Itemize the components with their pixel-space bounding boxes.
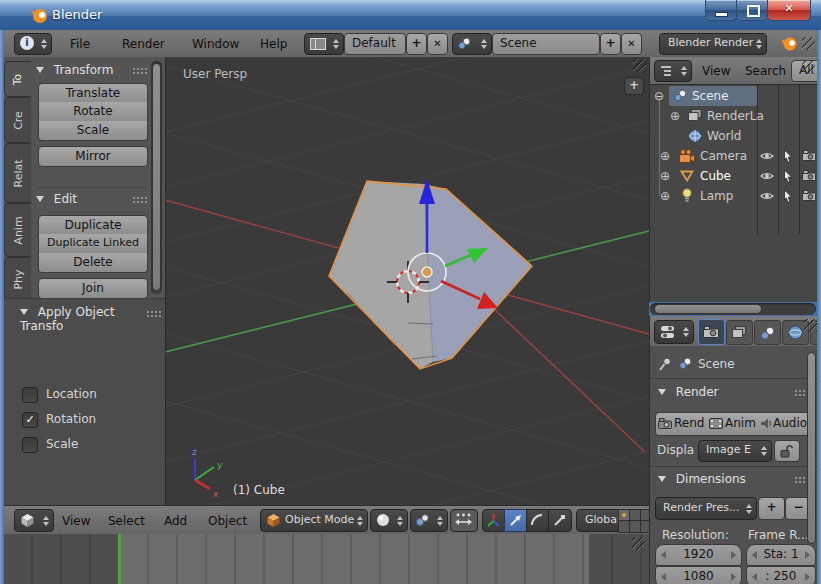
transform-panel-header[interactable]: Transform xyxy=(36,63,148,79)
tab-render[interactable] xyxy=(698,319,725,345)
scene-selector[interactable] xyxy=(452,33,492,55)
render-engine-dropdown[interactable]: Blender Render xyxy=(659,33,767,55)
scale-checkbox[interactable] xyxy=(22,437,38,453)
editor-type-button[interactable] xyxy=(654,60,692,82)
pin-icon[interactable] xyxy=(658,357,672,371)
operator-panel-header[interactable]: Apply Object Transfo xyxy=(20,305,160,333)
outliner-row-cube[interactable]: ⊕ Cube xyxy=(650,166,818,186)
menu-render[interactable]: Render xyxy=(122,34,165,54)
viewport-canvas[interactable]: z y x xyxy=(165,57,649,505)
panel-drag-dots[interactable] xyxy=(146,310,162,317)
outliner-row-lamp[interactable]: ⊕ Lamp xyxy=(650,186,818,206)
pivot-dropdown[interactable] xyxy=(410,509,448,532)
increment-icon[interactable] xyxy=(731,573,736,581)
lock-interface-button[interactable] xyxy=(774,440,800,462)
add-preset-button[interactable]: + xyxy=(758,497,785,520)
rotate-button[interactable]: Rotate xyxy=(38,102,148,122)
increment-icon[interactable] xyxy=(805,573,810,581)
rotate-manipulator-toggle[interactable] xyxy=(526,509,550,532)
increment-icon[interactable] xyxy=(731,551,736,559)
shelf-scrollbar[interactable] xyxy=(151,61,162,294)
visibility-eye-icon[interactable] xyxy=(760,171,774,181)
expand-toggle[interactable]: ⊕ xyxy=(660,166,670,186)
open-sidebar-plus-button[interactable]: + xyxy=(624,77,644,95)
menu-object[interactable]: Object xyxy=(208,511,247,531)
titlebar[interactable]: Blender ✕ xyxy=(0,0,821,30)
panel-drag-dots[interactable] xyxy=(132,67,148,74)
frame-end-field[interactable]: : 250 xyxy=(746,566,816,584)
expand-toggle[interactable]: ⊕ xyxy=(660,146,670,166)
tab-scene[interactable] xyxy=(754,320,781,345)
scale-manipulator-toggle[interactable] xyxy=(548,509,572,532)
visibility-eye-icon[interactable] xyxy=(760,151,774,161)
menu-view[interactable]: View xyxy=(62,511,90,531)
scene-name-field[interactable]: Scene xyxy=(492,33,600,55)
translate-button[interactable]: Translate xyxy=(38,83,148,104)
outliner-menu-search[interactable]: Search xyxy=(745,61,786,81)
manipulate-centers-toggle[interactable] xyxy=(450,509,478,532)
shelf-tab-animation[interactable]: Anim xyxy=(4,203,31,257)
outliner-row-renderlayers[interactable]: ⊕ RenderLa xyxy=(650,106,818,126)
properties-scrollbar[interactable] xyxy=(807,352,816,544)
expand-toggle[interactable]: ⊕ xyxy=(670,106,680,126)
mode-dropdown[interactable]: Object Mode xyxy=(260,509,368,532)
renderability-camera-icon[interactable] xyxy=(802,190,816,201)
screen-name-field[interactable]: Default xyxy=(344,33,406,55)
shelf-tab-physics[interactable]: Phy xyxy=(4,257,31,301)
current-frame-marker[interactable] xyxy=(118,534,121,584)
outliner-row-world[interactable]: World xyxy=(650,126,818,146)
manipulator-toggle[interactable] xyxy=(482,509,506,532)
edit-panel-header[interactable]: Edit xyxy=(36,187,148,208)
area-corner-widget[interactable] xyxy=(804,319,817,332)
render-button[interactable]: Rend xyxy=(655,412,709,436)
editor-type-button[interactable] xyxy=(14,509,54,532)
editor-type-button[interactable] xyxy=(654,320,694,344)
expand-toggle[interactable]: ⊕ xyxy=(660,186,670,206)
resolution-x-field[interactable]: 1920 xyxy=(655,544,742,566)
shelf-tab-relations[interactable]: Relat xyxy=(4,143,31,203)
join-button[interactable]: Join xyxy=(38,278,148,299)
area-corner-widget[interactable] xyxy=(802,61,815,74)
selectability-cursor-icon[interactable] xyxy=(783,149,793,163)
outliner-row-scene[interactable]: ⊖ Scene xyxy=(650,86,818,106)
audio-button[interactable]: Audio xyxy=(759,412,812,436)
editor-type-button[interactable]: i xyxy=(14,33,52,55)
viewport-3d[interactable]: z y x User Persp (1) Cube + xyxy=(165,57,649,505)
area-corner-widget[interactable] xyxy=(802,37,815,50)
panel-drag-dots[interactable] xyxy=(132,196,148,203)
mirror-button[interactable]: Mirror xyxy=(38,146,148,167)
visibility-eye-icon[interactable] xyxy=(760,191,774,201)
render-panel-header[interactable]: Render xyxy=(658,385,810,399)
menu-add[interactable]: Add xyxy=(164,511,187,531)
delete-button[interactable]: Delete xyxy=(38,253,148,273)
timeline[interactable] xyxy=(4,534,649,584)
add-scene-button[interactable]: + xyxy=(600,33,621,55)
duplicate-linked-button[interactable]: Duplicate Linked xyxy=(38,234,148,254)
display-mode-dropdown[interactable]: Image E xyxy=(698,440,772,462)
screen-layout-selector[interactable] xyxy=(304,33,344,55)
scale-button[interactable]: Scale xyxy=(38,121,148,141)
animation-button[interactable]: Anim xyxy=(707,412,760,436)
area-corner-widget[interactable] xyxy=(633,59,646,72)
area-corner-widget[interactable] xyxy=(632,537,645,550)
delete-screen-button[interactable]: ✕ xyxy=(427,33,448,55)
close-button[interactable]: ✕ xyxy=(767,0,811,21)
rotation-checkbox[interactable]: ✓ xyxy=(22,412,38,428)
menu-select[interactable]: Select xyxy=(108,511,145,531)
frame-start-field[interactable]: Sta: 1 xyxy=(746,544,816,566)
outliner-h-scrollbar[interactable] xyxy=(650,303,816,315)
shading-dropdown[interactable] xyxy=(370,509,408,532)
renderability-camera-icon[interactable] xyxy=(802,150,816,161)
selectability-cursor-icon[interactable] xyxy=(783,169,793,183)
shelf-tab-tools[interactable]: To xyxy=(4,61,31,97)
outliner-row-camera[interactable]: ⊕ Camera xyxy=(650,146,818,166)
outliner-menu-view[interactable]: View xyxy=(702,61,730,81)
tab-render-layers[interactable] xyxy=(726,320,753,345)
menu-file[interactable]: File xyxy=(70,34,90,54)
shelf-tab-create[interactable]: Cre xyxy=(4,97,31,143)
translate-manipulator-toggle[interactable] xyxy=(504,509,528,532)
render-preset-dropdown[interactable]: Render Pres... xyxy=(655,497,757,520)
duplicate-button[interactable]: Duplicate xyxy=(38,215,148,236)
selectability-cursor-icon[interactable] xyxy=(783,189,793,203)
add-screen-button[interactable]: + xyxy=(406,33,427,55)
